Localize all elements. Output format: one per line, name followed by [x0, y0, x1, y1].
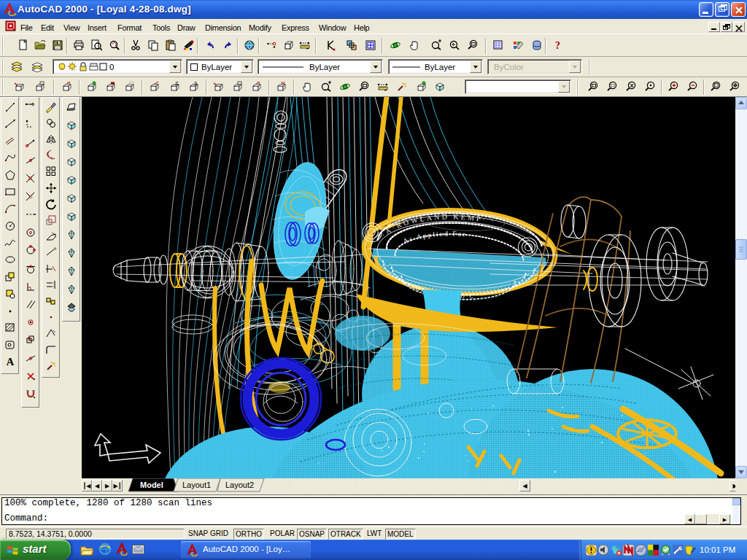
svg-text:A: A: [7, 356, 15, 368]
svg-text:3: 3: [194, 81, 197, 86]
svg-text:Model: Model: [140, 481, 163, 489]
svg-text:Layout2: Layout2: [225, 481, 254, 489]
svg-text:Z: Z: [175, 81, 179, 86]
svg-text:Layout1: Layout1: [182, 481, 211, 489]
svg-text:X: X: [630, 82, 634, 89]
svg-text:?: ?: [555, 40, 560, 51]
